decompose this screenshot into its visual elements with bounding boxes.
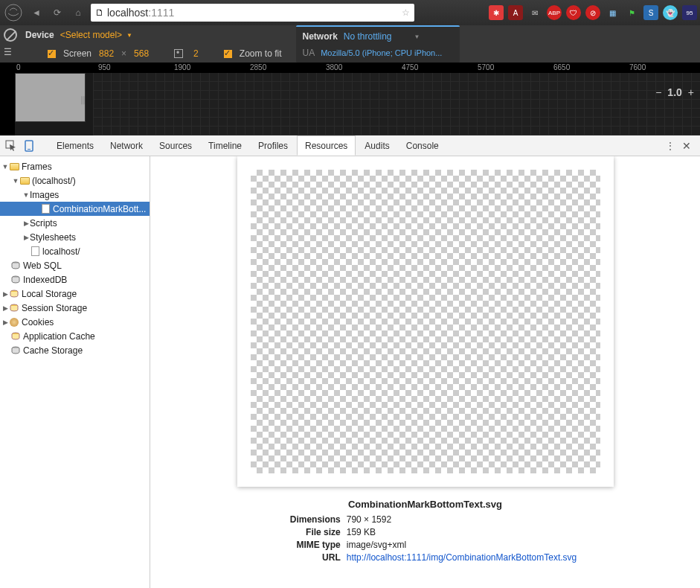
devtools-menu-icon[interactable]: ⋮	[666, 141, 675, 151]
tree-websql[interactable]: Web SQL	[0, 258, 150, 272]
toggle-device-icon[interactable]	[21, 138, 37, 154]
vertical-ruler	[0, 73, 15, 135]
ext-icon-abp[interactable]: ABP	[547, 5, 562, 20]
tree-stylesheets[interactable]: ▶Stylesheets	[0, 230, 150, 244]
tab-network[interactable]: Network	[103, 135, 150, 156]
device-controls: Device <Select model>▼ Screen 882 × 568 …	[21, 25, 281, 63]
devtools-close-icon[interactable]: ✕	[682, 140, 691, 152]
preview-metadata: Dimensions 790 × 1592 File size 159 KB M…	[274, 514, 577, 563]
meta-url-value[interactable]: http://localhost:1111/img/CombinationMar…	[347, 552, 577, 563]
meta-url-label: URL	[274, 552, 341, 563]
dpr-icon	[174, 49, 183, 58]
url-bar[interactable]: 🗋 localhost:1111 ☆	[91, 4, 414, 22]
tree-localstorage[interactable]: ▶Local Storage	[0, 287, 150, 301]
resources-sidebar: ▼Frames ▼(localhost/) ▼Images Combinatio…	[0, 156, 150, 588]
meta-filesize-value: 159 KB	[347, 527, 577, 537]
screen-height[interactable]: 568	[134, 48, 149, 59]
ext-icon-grid[interactable]: ▦	[605, 5, 620, 20]
ext-icon-s[interactable]: S	[643, 5, 658, 20]
zoom-to-fit-label: Zoom to fit	[240, 48, 282, 59]
dimension-separator: ×	[121, 48, 126, 59]
meta-mime-label: MIME type	[274, 540, 341, 550]
tree-images[interactable]: ▼Images	[0, 188, 150, 202]
page-icon: 🗋	[95, 7, 104, 18]
ext-icon-flag[interactable]: ⚑	[624, 5, 639, 20]
bookmark-star-icon[interactable]: ☆	[402, 7, 410, 18]
devtools-panel: Elements Network Sources Timeline Profil…	[0, 135, 700, 588]
tab-profiles[interactable]: Profiles	[251, 135, 295, 156]
settings-drawer-icon[interactable]: ☰	[4, 47, 17, 60]
screen-checkbox[interactable]	[48, 50, 56, 58]
meta-mime-value: image/svg+xml	[347, 540, 577, 550]
svg-rect-3	[28, 149, 30, 150]
zoom-control: − 1.0 +	[655, 86, 694, 98]
ext-icon-block[interactable]: ⊘	[585, 5, 600, 20]
device-viewport: ⦀ − 1.0 +	[0, 73, 700, 135]
ruler-tick-4: 3800	[326, 63, 342, 71]
tab-console[interactable]: Console	[399, 135, 446, 156]
meta-dimensions-label: Dimensions	[274, 514, 341, 525]
tree-cachestorage[interactable]: Cache Storage	[0, 343, 150, 357]
ua-label: UA	[302, 48, 315, 58]
url-text: localhost:1111	[107, 7, 399, 19]
zoom-in-button[interactable]: +	[688, 86, 694, 98]
browser-toolbar: ◄ ⟳ ⌂ 🗋 localhost:1111 ☆ ✱ A ✉ ABP 🛡 ⊘ ▦…	[0, 0, 700, 25]
network-block: Network No throttling▼ UA Mozilla/5.0 (i…	[296, 25, 460, 63]
network-label: Network	[302, 31, 337, 42]
ext-icon-counter[interactable]: 95	[682, 5, 697, 20]
tree-sessionstorage[interactable]: ▶Session Storage	[0, 301, 150, 315]
emulated-screen[interactable]	[15, 73, 86, 122]
ext-icon-shield[interactable]: 🛡	[566, 5, 581, 20]
screen-width[interactable]: 882	[99, 48, 114, 59]
tab-elements[interactable]: Elements	[49, 135, 101, 156]
svg-point-0	[5, 4, 22, 21]
preview-filename: CombinationMarkBottomText.svg	[348, 499, 502, 510]
ruler-tick-7: 6650	[553, 63, 570, 71]
ext-icon-ghost[interactable]: 👻	[663, 5, 678, 20]
zoom-checkbox[interactable]	[224, 50, 232, 58]
tab-sources[interactable]: Sources	[152, 135, 199, 156]
ruler-tick-6: 5700	[478, 63, 494, 71]
screen-label: Screen	[63, 48, 91, 59]
device-select[interactable]: <Select model>▼	[60, 30, 132, 40]
tree-appcache[interactable]: Application Cache	[0, 329, 150, 343]
tree-cookies[interactable]: ▶Cookies	[0, 315, 150, 329]
tree-selected-image[interactable]: CombinationMarkBott...	[0, 202, 150, 216]
ext-icon-asterisk[interactable]: ✱	[489, 5, 504, 20]
ext-icon-a[interactable]: A	[508, 5, 523, 20]
dpr-value[interactable]: 2	[193, 48, 199, 59]
ruler-tick-8: 7600	[629, 63, 646, 71]
extension-icons: ✱ A ✉ ABP 🛡 ⊘ ▦ ⚑ S 👻 95	[489, 5, 697, 20]
no-device-icon[interactable]	[4, 28, 17, 42]
device-label: Device	[25, 30, 54, 40]
image-preview	[237, 156, 614, 487]
ruler-tick-3: 2850	[250, 63, 266, 71]
meta-filesize-label: File size	[274, 527, 341, 537]
reload-button[interactable]: ⟳	[49, 4, 65, 21]
ruler-tick-0: 0	[16, 63, 21, 71]
horizontal-ruler: 0 950 1900 2850 3800 4750 5700 6650 7600	[0, 63, 700, 73]
tab-audits[interactable]: Audits	[357, 135, 396, 156]
network-throttle-select[interactable]: No throttling▼	[344, 31, 420, 42]
tree-localhost-file[interactable]: localhost/	[0, 244, 150, 258]
resource-preview-pane: CombinationMarkBottomText.svg Dimensions…	[150, 156, 700, 588]
tree-frames[interactable]: ▼Frames	[0, 159, 150, 173]
tree-localhost[interactable]: ▼(localhost/)	[0, 173, 150, 188]
meta-dimensions-value: 790 × 1592	[347, 514, 577, 525]
ruler-tick-5: 4750	[402, 63, 418, 71]
ext-icon-mail[interactable]: ✉	[527, 5, 542, 20]
back-button[interactable]: ◄	[28, 4, 45, 21]
inspect-element-icon[interactable]	[3, 138, 19, 154]
resize-handle-icon[interactable]: ⦀	[80, 94, 84, 107]
viewport-background-grid	[93, 73, 700, 135]
browser-logo-icon	[3, 2, 24, 23]
ua-value[interactable]: Mozilla/5.0 (iPhone; CPU iPhon...	[321, 48, 442, 57]
tab-resources[interactable]: Resources	[297, 135, 356, 156]
tree-scripts[interactable]: ▶Scripts	[0, 216, 150, 230]
ruler-tick-1: 950	[98, 63, 111, 71]
tree-indexeddb[interactable]: IndexedDB	[0, 272, 150, 287]
zoom-out-button[interactable]: −	[655, 86, 661, 98]
tab-timeline[interactable]: Timeline	[201, 135, 249, 156]
zoom-value: 1.0	[667, 86, 681, 98]
home-button[interactable]: ⌂	[70, 4, 86, 21]
